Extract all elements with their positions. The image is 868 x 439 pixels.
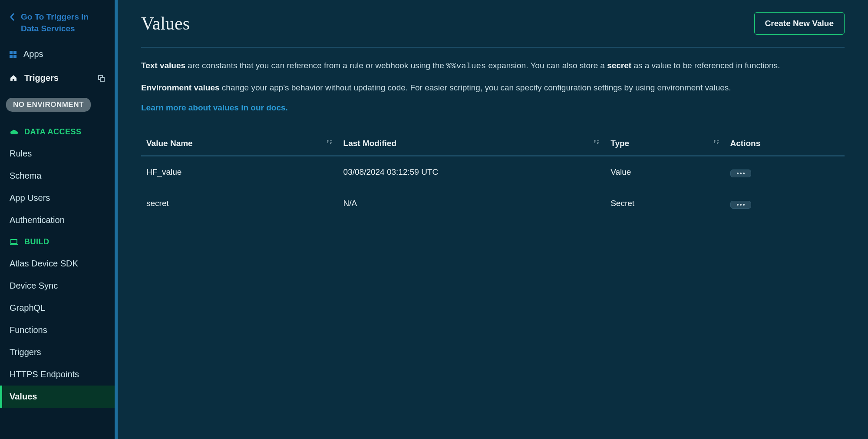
main-header: Values Create New Value: [141, 12, 845, 35]
sidebar: Go To Triggers In Data Services Apps Tri…: [0, 0, 118, 439]
description-env-values: Environment values change your app's beh…: [141, 81, 845, 94]
home-icon: [10, 74, 17, 82]
sidebar-item-values[interactable]: Values: [0, 386, 115, 408]
svg-rect-2: [11, 239, 17, 243]
cell-actions: [725, 188, 845, 219]
cell-type: Value: [605, 156, 725, 188]
row-actions-button[interactable]: [730, 170, 751, 177]
values-code: %%values: [446, 61, 486, 71]
sidebar-item-triggers[interactable]: Triggers: [0, 341, 115, 363]
ellipsis-icon: [737, 173, 745, 174]
header-divider: [141, 47, 845, 48]
create-new-value-button[interactable]: Create New Value: [754, 12, 845, 35]
cell-last-modified: N/A: [338, 188, 606, 219]
cell-type: Secret: [605, 188, 725, 219]
table-row: HF_value 03/08/2024 03:12:59 UTC Value: [141, 156, 845, 188]
col-type[interactable]: Type: [605, 132, 725, 156]
col-value-name[interactable]: Value Name: [141, 132, 338, 156]
section-header-data-access: DATA ACCESS: [0, 121, 115, 143]
main-content: Values Create New Value Text values are …: [118, 0, 868, 439]
cell-actions: [725, 156, 845, 188]
sidebar-item-atlas-device-sdk[interactable]: Atlas Device SDK: [0, 253, 115, 275]
environment-badge: NO ENVIRONMENT: [6, 98, 91, 112]
sort-icon: [593, 139, 600, 146]
col-last-modified[interactable]: Last Modified: [338, 132, 606, 156]
cell-value-name: HF_value: [141, 156, 338, 188]
sidebar-item-graphql[interactable]: GraphQL: [0, 297, 115, 319]
table-header-row: Value Name Last Modified Type: [141, 132, 845, 156]
triggers-label: Triggers: [24, 73, 59, 83]
svg-rect-3: [10, 244, 18, 245]
secret-label: secret: [607, 61, 631, 70]
env-values-label: Environment values: [141, 83, 220, 92]
sidebar-item-apps[interactable]: Apps: [0, 42, 115, 66]
cell-value-name: secret: [141, 188, 338, 219]
sidebar-item-https-endpoints[interactable]: HTTPS Endpoints: [0, 363, 115, 386]
sidebar-item-schema[interactable]: Schema: [0, 165, 115, 187]
chevron-left-icon: [10, 13, 15, 21]
sidebar-item-authentication[interactable]: Authentication: [0, 209, 115, 231]
sort-icon: [326, 139, 333, 146]
back-link-label: Go To Triggers In Data Services: [21, 11, 105, 34]
table-row: secret N/A Secret: [141, 188, 845, 219]
sidebar-item-functions[interactable]: Functions: [0, 319, 115, 341]
sidebar-item-app-users[interactable]: App Users: [0, 187, 115, 209]
sidebar-item-device-sync[interactable]: Device Sync: [0, 275, 115, 297]
triggers-header: Triggers: [0, 66, 115, 90]
section-title: BUILD: [24, 237, 50, 246]
ellipsis-icon: [737, 204, 745, 206]
apps-grid-icon: [10, 51, 17, 58]
page-title: Values: [141, 13, 190, 34]
cloud-icon: [10, 129, 18, 135]
back-to-triggers-link[interactable]: Go To Triggers In Data Services: [0, 8, 115, 42]
cell-last-modified: 03/08/2024 03:12:59 UTC: [338, 156, 606, 188]
description-text-values: Text values are constants that you can r…: [141, 59, 845, 73]
text-values-label: Text values: [141, 61, 185, 70]
copy-icon[interactable]: [97, 74, 105, 82]
row-actions-button[interactable]: [730, 201, 751, 209]
col-actions: Actions: [725, 132, 845, 156]
values-table: Value Name Last Modified Type: [141, 132, 845, 219]
section-title: DATA ACCESS: [24, 127, 82, 136]
section-header-build: BUILD: [0, 231, 115, 253]
learn-more-link[interactable]: Learn more about values in our docs.: [141, 103, 288, 113]
sort-icon: [713, 139, 720, 146]
laptop-icon: [10, 239, 18, 246]
sidebar-item-rules[interactable]: Rules: [0, 143, 115, 165]
apps-label: Apps: [23, 49, 43, 59]
svg-rect-1: [100, 77, 104, 81]
